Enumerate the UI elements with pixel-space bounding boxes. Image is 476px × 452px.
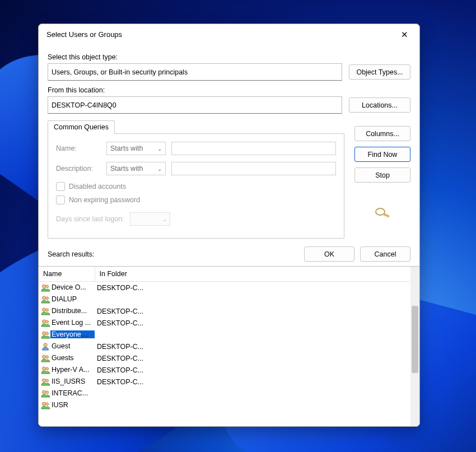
svg-point-10 xyxy=(43,332,46,335)
select-users-dialog: Select Users or Groups ✕ Select this obj… xyxy=(38,24,420,427)
svg-point-17 xyxy=(43,379,46,382)
non-expiring-label: Non expiring password xyxy=(69,196,140,204)
column-header-folder[interactable]: In Folder xyxy=(95,267,410,282)
stop-button[interactable]: Stop xyxy=(354,167,410,183)
table-row[interactable]: Distribute...DESKTOP-C... xyxy=(39,305,410,317)
svg-point-16 xyxy=(45,367,48,370)
row-name: DIALUP xyxy=(50,295,78,303)
location-field: DESKTOP-C4IN8Q0 xyxy=(48,96,342,114)
group-icon xyxy=(41,354,50,362)
non-expiring-checkbox[interactable]: Non expiring password xyxy=(56,195,336,204)
svg-point-13 xyxy=(43,355,46,358)
svg-point-8 xyxy=(43,320,46,323)
row-folder xyxy=(95,293,410,305)
group-icon xyxy=(41,401,50,409)
group-icon xyxy=(41,295,50,304)
svg-point-20 xyxy=(45,391,48,394)
row-name: Device O... xyxy=(50,283,87,291)
cancel-button[interactable]: Cancel xyxy=(360,246,410,262)
table-row[interactable]: INTERAC... xyxy=(39,388,410,399)
row-name: Guest xyxy=(50,342,71,350)
svg-point-11 xyxy=(45,332,48,335)
row-folder: DESKTOP-C... xyxy=(95,282,410,294)
row-folder xyxy=(95,399,410,411)
table-row[interactable]: Hyper-V A...DESKTOP-C... xyxy=(39,364,410,376)
svg-point-19 xyxy=(43,390,46,394)
group-icon xyxy=(41,283,50,292)
desc-filter-input[interactable] xyxy=(171,162,336,175)
row-name: Event Log ... xyxy=(50,319,92,327)
find-now-button[interactable]: Find Now xyxy=(354,147,410,162)
dialog-title: Select Users or Groups xyxy=(46,30,396,39)
name-filter-input[interactable] xyxy=(171,142,336,155)
locations-button[interactable]: Locations... xyxy=(349,97,410,113)
group-icon xyxy=(41,378,50,386)
svg-point-15 xyxy=(43,367,46,370)
location-label: From this location: xyxy=(48,86,410,94)
name-match-value: Starts with xyxy=(110,145,143,152)
titlebar: Select Users or Groups ✕ xyxy=(39,24,419,44)
scrollbar-thumb[interactable] xyxy=(412,306,418,373)
svg-point-18 xyxy=(45,379,48,382)
table-row[interactable]: IUSR xyxy=(39,399,410,411)
tab-common-queries[interactable]: Common Queries xyxy=(48,120,115,134)
table-row[interactable]: IIS_IUSRSDESKTOP-C... xyxy=(39,376,410,388)
close-button[interactable]: ✕ xyxy=(396,26,413,43)
desc-filter-label: Description: xyxy=(56,165,101,173)
group-icon xyxy=(41,307,50,315)
column-header-name[interactable]: Name xyxy=(39,267,95,282)
ok-button[interactable]: OK xyxy=(304,246,354,262)
svg-point-21 xyxy=(43,402,46,406)
row-name: Guests xyxy=(50,354,75,362)
group-icon xyxy=(41,389,50,398)
group-icon xyxy=(41,330,50,339)
days-since-logon-label: Days since last logon: xyxy=(56,215,124,223)
object-type-label: Select this object type: xyxy=(48,53,410,61)
row-folder: DESKTOP-C... xyxy=(95,317,410,329)
row-folder xyxy=(95,329,410,341)
row-folder: DESKTOP-C... xyxy=(95,364,410,376)
common-queries-panel: Name: Starts with ⌄ Description: Starts … xyxy=(48,133,344,239)
row-folder: DESKTOP-C... xyxy=(95,376,410,388)
row-name: Distribute... xyxy=(50,307,88,315)
table-row[interactable]: Device O...DESKTOP-C... xyxy=(39,282,410,294)
name-match-combo[interactable]: Starts with ⌄ xyxy=(106,142,166,155)
svg-point-4 xyxy=(43,296,46,300)
desc-match-combo[interactable]: Starts with ⌄ xyxy=(106,162,166,175)
row-folder: DESKTOP-C... xyxy=(95,341,410,352)
search-results-label: Search results: xyxy=(48,250,94,258)
desc-match-value: Starts with xyxy=(110,165,143,173)
table-row[interactable]: GuestsDESKTOP-C... xyxy=(39,352,410,364)
svg-rect-1 xyxy=(382,213,390,218)
results-scrollbar[interactable] xyxy=(410,267,419,426)
checkbox-icon xyxy=(56,195,65,204)
row-name: Hyper-V A... xyxy=(50,366,90,374)
search-results-list[interactable]: Name In Folder Device O...DESKTOP-C...DI… xyxy=(39,267,410,426)
svg-point-6 xyxy=(43,308,46,311)
table-row[interactable]: DIALUP xyxy=(39,293,410,305)
name-filter-label: Name: xyxy=(56,145,101,152)
row-folder xyxy=(95,388,410,399)
table-row[interactable]: Everyone xyxy=(39,329,410,341)
group-icon xyxy=(41,366,50,374)
object-type-text: Users, Groups, or Built-in security prin… xyxy=(52,68,188,76)
object-types-button[interactable]: Object Types... xyxy=(349,64,410,80)
checkbox-icon xyxy=(56,182,65,191)
group-icon xyxy=(41,319,50,327)
svg-point-5 xyxy=(45,297,48,300)
chevron-down-icon: ⌄ xyxy=(162,216,167,222)
disabled-accounts-checkbox[interactable]: Disabled accounts xyxy=(56,182,336,191)
row-name: INTERAC... xyxy=(50,389,89,397)
columns-button[interactable]: Columns... xyxy=(354,126,410,141)
svg-point-2 xyxy=(43,285,46,288)
table-row[interactable]: GuestDESKTOP-C... xyxy=(39,341,410,352)
table-row[interactable]: Event Log ...DESKTOP-C... xyxy=(39,317,410,329)
object-type-field: Users, Groups, or Built-in security prin… xyxy=(48,63,342,81)
row-folder: DESKTOP-C... xyxy=(95,305,410,317)
svg-point-12 xyxy=(44,343,47,347)
close-icon: ✕ xyxy=(401,30,408,39)
chevron-down-icon: ⌄ xyxy=(157,166,162,172)
disabled-accounts-label: Disabled accounts xyxy=(69,183,126,190)
svg-point-3 xyxy=(45,285,48,288)
days-since-logon-combo: ⌄ xyxy=(130,212,170,226)
